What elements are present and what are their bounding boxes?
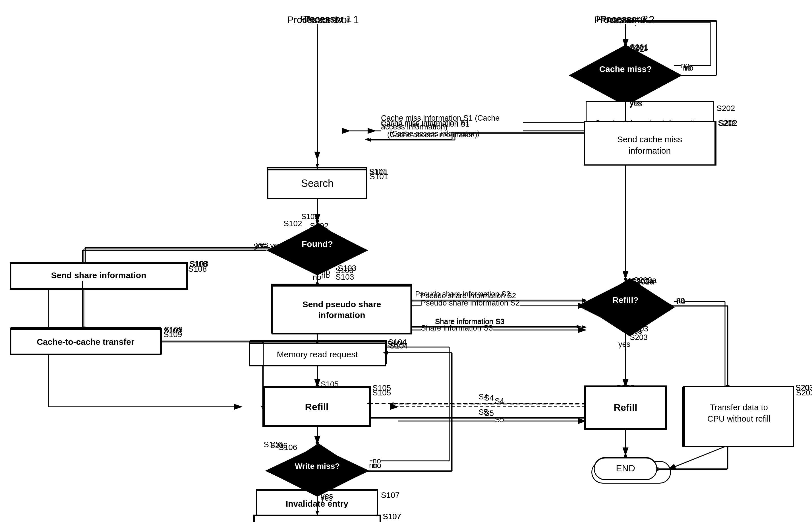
refill-s105-box: Refill xyxy=(265,387,370,427)
refill-decision-diamond: Refill? xyxy=(584,277,675,337)
s4-label: S4 xyxy=(495,397,504,406)
cache-miss-info-label: Cache miss information S1 (Cache access … xyxy=(381,114,523,132)
refill-no-label: no xyxy=(677,297,685,306)
svg-marker-42 xyxy=(283,223,354,272)
s104-label: S104 xyxy=(390,341,408,350)
s101-label: S101 xyxy=(370,172,388,181)
search-box: Search xyxy=(268,170,367,198)
transfer-data-box: Transfer data to CPU without refill xyxy=(682,387,793,447)
s203a-label: S203a xyxy=(796,388,812,397)
refill-yes-label: yes xyxy=(618,340,630,349)
s5-label: S5 xyxy=(495,415,504,424)
s203-label: S203 xyxy=(625,387,644,397)
svg-text:Refill?: Refill? xyxy=(617,297,643,306)
found-no-label: no xyxy=(313,273,321,282)
send-cache-miss-box: Send cache miss information xyxy=(586,101,714,145)
s105-label2: S105 xyxy=(372,388,391,397)
cache-to-cache-box: Cache-to-cache transfer xyxy=(11,327,161,353)
processor1-label: Processor 1 xyxy=(287,14,339,25)
s202-label: S202 xyxy=(716,104,735,113)
write-miss-no-label: no xyxy=(372,457,381,465)
s105-label: S105 xyxy=(284,387,303,396)
end2-box: END xyxy=(591,461,671,484)
s109-label: S109 xyxy=(164,330,182,339)
svg-text:Found?: Found? xyxy=(304,238,333,247)
s103-label: S103 xyxy=(335,273,354,282)
svg-line-33 xyxy=(668,447,725,469)
send-pseudo-share-box: Send pseudo share information xyxy=(273,284,412,333)
s106-label: S106 xyxy=(278,443,297,452)
svg-marker-48 xyxy=(586,279,674,336)
s108-label: S108 xyxy=(188,264,207,274)
send-share-info-box: Send share information xyxy=(11,262,187,288)
invalidate-entry-box: Invalidate entry xyxy=(256,489,378,518)
found-yes-label: yes xyxy=(270,241,282,250)
s102-label: S102 xyxy=(310,221,328,230)
s107-label: S107 xyxy=(381,491,399,500)
cache-miss-no-label: no xyxy=(681,61,689,70)
pseudo-share-info-label: Pseudo share information S2 xyxy=(421,299,520,307)
s201-label: S201 xyxy=(625,45,644,54)
share-info-s3-label: Share information S3 xyxy=(421,324,493,333)
svg-text:Cache miss?: Cache miss? xyxy=(599,64,652,74)
flowchart-diagram: Processor 1 Processor 2 Cache miss infor… xyxy=(0,0,812,522)
cache-miss-yes-label: yes xyxy=(625,87,638,97)
memory-read-request-box: Memory read request xyxy=(250,340,387,364)
svg-text:Write miss?: Write miss? xyxy=(298,461,339,470)
processor2-label: Processor 2 xyxy=(594,14,646,25)
